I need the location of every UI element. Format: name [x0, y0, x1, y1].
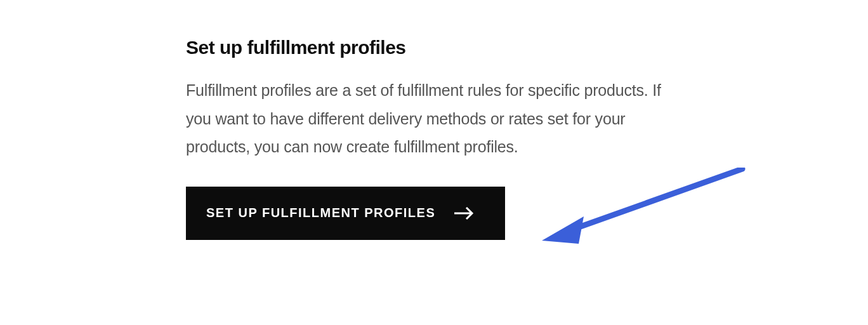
- section-heading: Set up fulfillment profiles: [186, 37, 681, 58]
- set-up-fulfillment-profiles-button[interactable]: SET UP FULFILLMENT PROFILES: [186, 187, 505, 240]
- button-label: SET UP FULFILLMENT PROFILES: [206, 206, 435, 220]
- fulfillment-profiles-section: Set up fulfillment profiles Fulfillment …: [186, 37, 681, 240]
- arrow-right-icon: [453, 206, 475, 221]
- section-description: Fulfillment profiles are a set of fulfil…: [186, 76, 681, 161]
